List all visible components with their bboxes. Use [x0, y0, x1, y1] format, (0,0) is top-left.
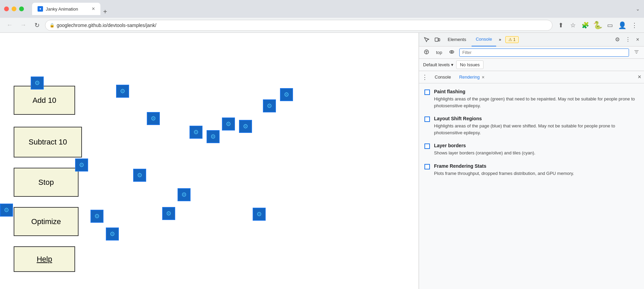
new-tab-button[interactable]: +: [103, 8, 107, 15]
main-area: Add 10 Subtract 10 Stop Optimize Help: [0, 33, 644, 289]
rendering-tabs-dots[interactable]: ⋮: [422, 73, 428, 81]
tabs-bar: Janky Animation × +: [32, 3, 633, 15]
refresh-button[interactable]: ↻: [31, 20, 42, 31]
forward-button[interactable]: →: [18, 20, 29, 31]
svg-point-6: [451, 51, 452, 53]
frame-rendering-stats-option: Frame Rendering Stats Plots frame throug…: [424, 163, 639, 177]
eye-button[interactable]: [447, 49, 457, 56]
no-issues-button[interactable]: No Issues: [456, 60, 484, 69]
animated-box: [263, 99, 276, 112]
more-tabs-button[interactable]: »: [499, 37, 501, 42]
layout-shift-regions-content: Layout Shift Regions Highlights areas of…: [434, 116, 639, 136]
settings-button[interactable]: ⚙: [613, 35, 622, 44]
profile-button[interactable]: 🐍: [592, 20, 603, 31]
animated-box: [90, 210, 103, 223]
tab-console-rendering[interactable]: Console: [431, 71, 455, 83]
devtools-levels-bar: Default levels ▾ No Issues: [419, 59, 644, 71]
animated-box: [162, 207, 175, 220]
help-button[interactable]: Help: [14, 246, 75, 272]
tab-console[interactable]: Console: [472, 33, 496, 46]
top-context-button[interactable]: top: [434, 49, 444, 56]
tab-title: Janky Animation: [46, 6, 78, 12]
layer-borders-header: Layer borders Shows layer borders (orang…: [424, 143, 639, 156]
tab-elements[interactable]: Elements: [444, 33, 470, 46]
page-content: Add 10 Subtract 10 Stop Optimize Help: [0, 33, 419, 289]
console-filter-input[interactable]: [459, 49, 629, 57]
filter-settings-button[interactable]: [632, 49, 641, 56]
frame-rendering-stats-desc: Plots frame throughput, dropped frames d…: [434, 170, 574, 177]
menu-button[interactable]: ⋮: [629, 20, 640, 31]
animated-box: [31, 77, 44, 90]
more-options-button[interactable]: ⋮: [623, 35, 633, 44]
traffic-lights: [4, 6, 24, 11]
url-text: googlechrome.github.io/devtools-samples/…: [57, 23, 156, 28]
top-context-label: top: [436, 50, 442, 55]
svg-rect-2: [435, 38, 438, 41]
address-bar[interactable]: 🔒 googlechrome.github.io/devtools-sample…: [45, 20, 552, 31]
paint-flashing-title: Paint flashing: [434, 89, 639, 94]
devtools-toolbar: Elements Console » ⚠ 1 ⚙ ⋮ ×: [419, 33, 644, 46]
inspect-element-button[interactable]: [422, 36, 431, 44]
tab-rendering[interactable]: Rendering ×: [455, 71, 489, 83]
paint-flashing-header: Paint flashing Highlights areas of the p…: [424, 89, 639, 109]
close-window-button[interactable]: [4, 6, 9, 11]
frame-rendering-stats-content: Frame Rendering Stats Plots frame throug…: [434, 163, 574, 177]
warning-badge[interactable]: ⚠ 1: [505, 36, 519, 43]
browser-dropdown-button[interactable]: ⌄: [636, 6, 640, 12]
sidebar-toggle-button[interactable]: ▭: [604, 20, 615, 31]
animated-box: [178, 188, 191, 201]
rendering-panel-close-button[interactable]: ×: [638, 73, 641, 81]
animated-box: [75, 159, 88, 171]
animated-box: [133, 169, 146, 182]
rendering-content: Paint flashing Highlights areas of the p…: [419, 83, 644, 289]
animated-box: [207, 130, 220, 143]
bookmark-button[interactable]: ☆: [568, 20, 578, 31]
layout-shift-regions-title: Layout Shift Regions: [434, 116, 639, 121]
svg-point-5: [450, 51, 454, 53]
layer-borders-checkbox[interactable]: [424, 143, 430, 149]
subtract-10-button[interactable]: Subtract 10: [14, 127, 82, 157]
close-devtools-button[interactable]: ×: [634, 35, 641, 44]
layer-borders-content: Layer borders Shows layer borders (orang…: [434, 143, 535, 156]
animated-box: [0, 204, 13, 217]
paint-flashing-content: Paint flashing Highlights areas of the p…: [434, 89, 639, 109]
lock-icon: 🔒: [50, 23, 55, 28]
clear-console-button[interactable]: [422, 49, 431, 56]
title-bar: Janky Animation × + ⌄: [0, 0, 644, 18]
user-button[interactable]: 👤: [617, 20, 628, 31]
paint-flashing-checkbox[interactable]: [424, 90, 430, 95]
tab-favicon: [38, 6, 43, 12]
paint-flashing-option: Paint flashing Highlights areas of the p…: [424, 89, 639, 109]
tab-close-button[interactable]: ×: [92, 6, 95, 12]
layer-borders-option: Layer borders Shows layer borders (orang…: [424, 143, 639, 156]
add-10-button[interactable]: Add 10: [14, 86, 75, 115]
layer-borders-desc: Shows layer borders (orange/olive) and t…: [434, 150, 535, 156]
rendering-tab-close-button[interactable]: ×: [482, 74, 485, 80]
browser-window: Janky Animation × + ⌄ ← → ↻ 🔒 googlechro…: [0, 0, 644, 289]
frame-rendering-stats-checkbox[interactable]: [424, 164, 430, 169]
svg-point-1: [40, 8, 41, 10]
maximize-window-button[interactable]: [19, 6, 24, 11]
nav-actions: ⬆ ☆ 🧩 🐍 ▭ 👤 ⋮: [555, 20, 640, 31]
devtools-secondary-toolbar: top: [419, 46, 644, 59]
minimize-window-button[interactable]: [12, 6, 16, 11]
layout-shift-regions-desc: Highlights areas of the page (blue) that…: [434, 123, 639, 136]
extensions-button[interactable]: 🧩: [580, 20, 591, 31]
nav-bar: ← → ↻ 🔒 googlechrome.github.io/devtools-…: [0, 18, 644, 33]
back-button[interactable]: ←: [4, 20, 15, 31]
layout-shift-regions-option: Layout Shift Regions Highlights areas of…: [424, 116, 639, 136]
optimize-button[interactable]: Optimize: [14, 207, 79, 236]
rendering-tabs-bar: ⋮ Console Rendering × ×: [419, 71, 644, 83]
frame-rendering-stats-title: Frame Rendering Stats: [434, 163, 574, 169]
animated-box: [106, 228, 119, 240]
animated-box: [190, 126, 202, 139]
layout-shift-regions-checkbox[interactable]: [424, 116, 430, 122]
share-button[interactable]: ⬆: [555, 20, 566, 31]
layer-borders-title: Layer borders: [434, 143, 535, 148]
default-levels-button[interactable]: Default levels ▾: [423, 62, 453, 67]
device-toolbar-button[interactable]: [433, 36, 442, 44]
active-tab[interactable]: Janky Animation ×: [32, 3, 100, 15]
paint-flashing-desc: Highlights areas of the page (green) tha…: [434, 96, 639, 109]
devtools-panel: Elements Console » ⚠ 1 ⚙ ⋮ × top: [419, 33, 644, 289]
stop-button[interactable]: Stop: [14, 168, 79, 197]
